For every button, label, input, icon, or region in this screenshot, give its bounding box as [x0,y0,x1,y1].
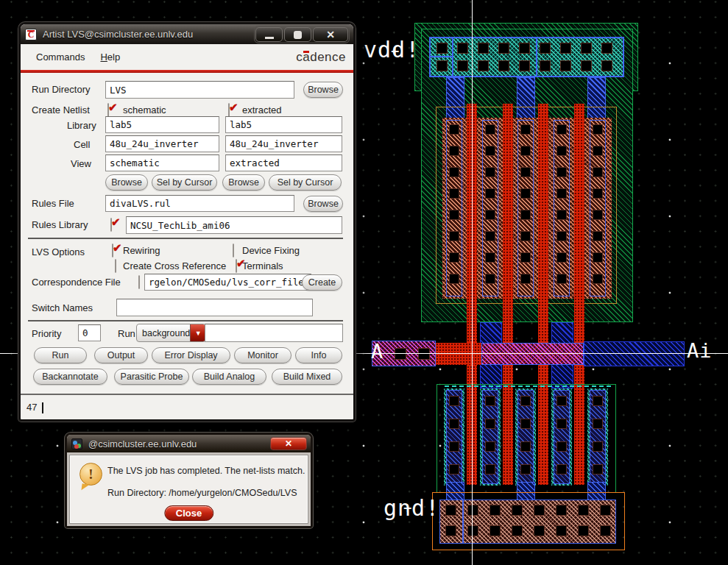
extracted-checkbox[interactable] [228,103,230,117]
vdd-rail-divider [452,38,453,77]
pmos-contact [593,231,603,241]
gnd-contact [490,505,501,516]
view-schematic-input[interactable]: schematic [105,154,219,171]
cell-extracted-input[interactable]: 48u_24u_inverter [225,135,342,152]
pmos-contact [593,188,603,199]
pmos-contact [449,124,459,135]
library-extracted-input[interactable]: lab5 [225,116,342,133]
pmos-contact [556,146,567,156]
rules-library-input[interactable]: NCSU_TechLib_ami06 [126,216,342,234]
gnd-contact [490,525,501,536]
artist-lvs-window: C Artist LVS@csimcluster.ee.unlv.edu ✕ C… [18,22,356,422]
library-label: Library [67,120,96,131]
pmos-contact [520,167,531,177]
run-button[interactable]: Run [34,347,87,363]
lvs-complete-dialog: @csimcluster.ee.unlv.edu ✕ ! The LVS job… [65,433,313,528]
exclamation-icon: ! [79,463,102,486]
close-window-button[interactable]: ✕ [313,27,348,42]
build-mixed-button[interactable]: Build Mixed [272,369,342,385]
correspondence-file-checkbox[interactable] [138,275,140,289]
run-mode-dropdown[interactable]: background ▼ [136,324,206,342]
text-cursor [42,402,43,413]
rules-file-browse-button[interactable]: Browse [303,196,343,212]
vdd-contact [498,60,509,71]
pmos-contact [449,231,459,241]
window-controls: ✕ [254,26,350,43]
nmos-contact [593,419,603,429]
lvs-options-label: LVS Options [32,246,85,257]
nmos-contact [593,464,603,475]
extracted-checkbox-label: extracted [242,104,281,116]
run-directory-browse-button[interactable]: Browse [303,82,343,98]
menu-commands[interactable]: Commands [36,51,85,63]
maximize-button[interactable] [284,27,311,42]
nmos-layer-marker [445,385,611,387]
view-extracted-input[interactable]: extracted [225,154,342,171]
browse-schematic-button[interactable]: Browse [105,174,148,191]
gnd-contact [534,525,545,536]
dialog-close-action-button[interactable]: Close [164,505,213,521]
dialog-title: @csimcluster.ee.unlv.edu [88,438,197,449]
gnd-contact [600,525,611,536]
nmos-contact [449,419,459,429]
sel-by-cursor-schematic-button[interactable]: Sel by Cursor [152,174,217,191]
nmos-contact [520,441,531,452]
library-schematic-input[interactable]: lab5 [105,116,219,133]
backannotate-button[interactable]: Backannotate [33,369,107,385]
parasitic-probe-button[interactable]: Parasitic Probe [114,369,189,385]
pmos-contact [520,274,531,284]
correspondence-file-input[interactable]: rgelon/CMOSedu/lvs_corr_file [144,274,311,291]
menu-bar: Commands Help cadence [21,44,353,70]
vdd-contact [519,60,530,71]
terminals-checkbox[interactable] [236,259,237,273]
gnd-rail [439,500,616,544]
minimize-button[interactable] [255,27,283,42]
build-analog-button[interactable]: Build Analog [192,369,266,385]
schematic-checkbox[interactable] [107,103,109,117]
window-titlebar[interactable]: C Artist LVS@csimcluster.ee.unlv.edu ✕ [21,24,353,44]
rules-file-input[interactable]: divaLVS.rul [105,195,294,212]
menu-help[interactable]: Help [100,51,120,63]
output-button[interactable]: Output [94,347,148,363]
info-button[interactable]: Info [295,347,342,363]
monitor-button[interactable]: Monitor [234,347,291,363]
dialog-close-button[interactable]: ✕ [270,437,307,450]
pmos-contact [556,231,567,241]
pmos-contact [593,146,603,156]
sel-by-cursor-extracted-button[interactable]: Sel by Cursor [269,174,342,191]
vdd-contact [540,43,551,54]
gnd-contact [556,505,567,516]
pmos-contact [520,188,531,199]
device-fixing-checkbox[interactable] [233,244,234,257]
gnd-contact [578,525,589,536]
vdd-rail-divider [536,38,537,77]
switch-names-input[interactable] [116,299,313,316]
cell-schematic-input[interactable]: 48u_24u_inverter [105,135,219,152]
vdd-contact [457,43,468,54]
create-button[interactable]: Create [302,274,342,291]
gnd-rail-divider [462,500,464,543]
close-icon: ✕ [326,29,335,40]
vdd-contact [560,43,571,54]
input-poly-wire [436,343,481,365]
run-mode-label: Run [118,328,135,339]
output-ai-label: Ai [687,339,713,362]
rules-library-checkbox[interactable] [110,218,112,232]
run-directory-input[interactable]: LVS [105,81,294,99]
pmos-contact [485,167,495,177]
run-command-input[interactable] [205,324,343,342]
dialog-titlebar[interactable]: @csimcluster.ee.unlv.edu ✕ [67,435,311,452]
cell-label: Cell [74,139,90,150]
minimize-icon [265,37,274,39]
error-display-button[interactable]: Error Display [152,347,230,363]
pmos-contact [556,274,567,284]
create-cross-reference-checkbox[interactable] [115,259,116,273]
nmos-contact [449,441,459,452]
vdd-contact [519,43,530,54]
priority-input[interactable]: 0 [78,324,101,341]
browse-extracted-button[interactable]: Browse [222,174,265,191]
nmos-contact [556,441,567,452]
vdd-rail-divider [431,56,452,57]
status-count: 47 [26,402,37,413]
rewiring-checkbox[interactable] [112,244,113,257]
